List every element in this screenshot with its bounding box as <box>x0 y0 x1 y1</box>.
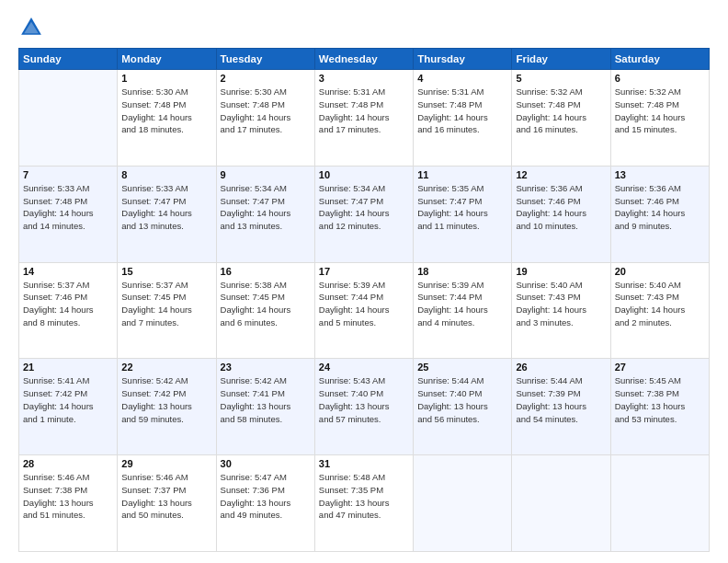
day-info: Sunrise: 5:46 AMSunset: 7:37 PMDaylight:… <box>121 471 211 522</box>
calendar-cell: 9Sunrise: 5:34 AMSunset: 7:47 PMDaylight… <box>216 166 314 262</box>
day-number: 27 <box>615 362 705 373</box>
weekday-header-friday: Friday <box>512 49 610 70</box>
day-number: 1 <box>121 73 211 84</box>
calendar-cell: 22Sunrise: 5:42 AMSunset: 7:42 PMDayligh… <box>118 359 216 455</box>
day-number: 14 <box>23 266 113 277</box>
day-number: 12 <box>516 169 606 180</box>
day-number: 30 <box>221 458 311 469</box>
calendar-cell: 11Sunrise: 5:35 AMSunset: 7:47 PMDayligh… <box>414 166 512 262</box>
calendar-cell: 3Sunrise: 5:31 AMSunset: 7:48 PMDaylight… <box>314 70 413 167</box>
week-row-1: 1Sunrise: 5:30 AMSunset: 7:48 PMDaylight… <box>19 70 710 167</box>
day-info: Sunrise: 5:36 AMSunset: 7:46 PMDaylight:… <box>516 182 606 233</box>
day-number: 2 <box>221 73 311 84</box>
calendar-cell: 5Sunrise: 5:32 AMSunset: 7:48 PMDaylight… <box>512 70 610 167</box>
day-number: 5 <box>516 73 606 84</box>
day-info: Sunrise: 5:44 AMSunset: 7:40 PMDaylight:… <box>417 374 507 425</box>
day-number: 31 <box>319 458 409 469</box>
day-info: Sunrise: 5:32 AMSunset: 7:48 PMDaylight:… <box>516 86 606 136</box>
logo <box>18 15 48 40</box>
page: SundayMondayTuesdayWednesdayThursdayFrid… <box>0 0 728 563</box>
day-number: 28 <box>23 458 113 469</box>
day-info: Sunrise: 5:33 AMSunset: 7:48 PMDaylight:… <box>23 182 113 233</box>
week-row-3: 14Sunrise: 5:37 AMSunset: 7:46 PMDayligh… <box>19 262 710 359</box>
week-row-4: 21Sunrise: 5:41 AMSunset: 7:42 PMDayligh… <box>19 359 710 455</box>
calendar-cell: 31Sunrise: 5:48 AMSunset: 7:35 PMDayligh… <box>314 455 413 552</box>
day-number: 13 <box>615 169 705 180</box>
calendar-cell: 7Sunrise: 5:33 AMSunset: 7:48 PMDaylight… <box>19 166 118 262</box>
calendar-cell <box>610 455 709 552</box>
calendar-cell: 26Sunrise: 5:44 AMSunset: 7:39 PMDayligh… <box>512 359 610 455</box>
day-number: 20 <box>615 266 705 277</box>
calendar-cell: 25Sunrise: 5:44 AMSunset: 7:40 PMDayligh… <box>414 359 512 455</box>
day-number: 25 <box>417 362 507 373</box>
day-number: 24 <box>319 362 409 373</box>
calendar-cell: 27Sunrise: 5:45 AMSunset: 7:38 PMDayligh… <box>610 359 709 455</box>
day-info: Sunrise: 5:39 AMSunset: 7:44 PMDaylight:… <box>319 279 409 329</box>
calendar-cell: 10Sunrise: 5:34 AMSunset: 7:47 PMDayligh… <box>314 166 413 262</box>
day-info: Sunrise: 5:47 AMSunset: 7:36 PMDaylight:… <box>221 471 311 522</box>
day-info: Sunrise: 5:46 AMSunset: 7:38 PMDaylight:… <box>23 471 113 522</box>
day-number: 9 <box>221 169 311 180</box>
day-info: Sunrise: 5:33 AMSunset: 7:47 PMDaylight:… <box>121 182 211 233</box>
day-info: Sunrise: 5:42 AMSunset: 7:42 PMDaylight:… <box>121 374 211 425</box>
week-row-2: 7Sunrise: 5:33 AMSunset: 7:48 PMDaylight… <box>19 166 710 262</box>
calendar-cell: 15Sunrise: 5:37 AMSunset: 7:45 PMDayligh… <box>118 262 216 359</box>
weekday-header-thursday: Thursday <box>414 49 512 70</box>
calendar-cell: 24Sunrise: 5:43 AMSunset: 7:40 PMDayligh… <box>314 359 413 455</box>
day-info: Sunrise: 5:40 AMSunset: 7:43 PMDaylight:… <box>615 279 705 329</box>
day-info: Sunrise: 5:37 AMSunset: 7:45 PMDaylight:… <box>121 279 211 329</box>
calendar-cell: 16Sunrise: 5:38 AMSunset: 7:45 PMDayligh… <box>216 262 314 359</box>
day-number: 11 <box>417 169 507 180</box>
weekday-header-wednesday: Wednesday <box>314 49 413 70</box>
day-number: 18 <box>417 266 507 277</box>
calendar-cell: 1Sunrise: 5:30 AMSunset: 7:48 PMDaylight… <box>118 70 216 167</box>
week-row-5: 28Sunrise: 5:46 AMSunset: 7:38 PMDayligh… <box>19 455 710 552</box>
calendar-cell: 13Sunrise: 5:36 AMSunset: 7:46 PMDayligh… <box>610 166 709 262</box>
day-info: Sunrise: 5:36 AMSunset: 7:46 PMDaylight:… <box>615 182 705 233</box>
header <box>18 15 710 40</box>
logo-icon <box>18 15 44 40</box>
calendar-cell: 19Sunrise: 5:40 AMSunset: 7:43 PMDayligh… <box>512 262 610 359</box>
calendar-cell: 30Sunrise: 5:47 AMSunset: 7:36 PMDayligh… <box>216 455 314 552</box>
day-info: Sunrise: 5:34 AMSunset: 7:47 PMDaylight:… <box>221 182 311 233</box>
day-info: Sunrise: 5:35 AMSunset: 7:47 PMDaylight:… <box>417 182 507 233</box>
weekday-header-monday: Monday <box>118 49 216 70</box>
day-number: 17 <box>319 266 409 277</box>
header-row: SundayMondayTuesdayWednesdayThursdayFrid… <box>19 49 710 70</box>
day-number: 22 <box>121 362 211 373</box>
day-info: Sunrise: 5:30 AMSunset: 7:48 PMDaylight:… <box>121 86 211 136</box>
calendar-cell: 6Sunrise: 5:32 AMSunset: 7:48 PMDaylight… <box>610 70 709 167</box>
day-info: Sunrise: 5:30 AMSunset: 7:48 PMDaylight:… <box>221 86 311 136</box>
day-info: Sunrise: 5:44 AMSunset: 7:39 PMDaylight:… <box>516 374 606 425</box>
day-info: Sunrise: 5:37 AMSunset: 7:46 PMDaylight:… <box>23 279 113 329</box>
day-number: 16 <box>221 266 311 277</box>
calendar-cell: 8Sunrise: 5:33 AMSunset: 7:47 PMDaylight… <box>118 166 216 262</box>
day-number: 8 <box>121 169 211 180</box>
day-info: Sunrise: 5:38 AMSunset: 7:45 PMDaylight:… <box>221 279 311 329</box>
calendar-cell: 23Sunrise: 5:42 AMSunset: 7:41 PMDayligh… <box>216 359 314 455</box>
calendar-cell <box>512 455 610 552</box>
calendar-cell: 17Sunrise: 5:39 AMSunset: 7:44 PMDayligh… <box>314 262 413 359</box>
day-info: Sunrise: 5:40 AMSunset: 7:43 PMDaylight:… <box>516 279 606 329</box>
day-number: 29 <box>121 458 211 469</box>
day-number: 3 <box>319 73 409 84</box>
calendar-cell: 28Sunrise: 5:46 AMSunset: 7:38 PMDayligh… <box>19 455 118 552</box>
day-number: 21 <box>23 362 113 373</box>
weekday-header-saturday: Saturday <box>610 49 709 70</box>
calendar-cell <box>19 70 118 167</box>
day-number: 15 <box>121 266 211 277</box>
day-info: Sunrise: 5:42 AMSunset: 7:41 PMDaylight:… <box>221 374 311 425</box>
calendar-cell: 29Sunrise: 5:46 AMSunset: 7:37 PMDayligh… <box>118 455 216 552</box>
day-number: 4 <box>417 73 507 84</box>
calendar-cell: 18Sunrise: 5:39 AMSunset: 7:44 PMDayligh… <box>414 262 512 359</box>
day-info: Sunrise: 5:41 AMSunset: 7:42 PMDaylight:… <box>23 374 113 425</box>
day-info: Sunrise: 5:39 AMSunset: 7:44 PMDaylight:… <box>417 279 507 329</box>
calendar-cell <box>414 455 512 552</box>
weekday-header-sunday: Sunday <box>19 49 118 70</box>
day-info: Sunrise: 5:45 AMSunset: 7:38 PMDaylight:… <box>615 374 705 425</box>
calendar-cell: 2Sunrise: 5:30 AMSunset: 7:48 PMDaylight… <box>216 70 314 167</box>
day-info: Sunrise: 5:43 AMSunset: 7:40 PMDaylight:… <box>319 374 409 425</box>
calendar-cell: 4Sunrise: 5:31 AMSunset: 7:48 PMDaylight… <box>414 70 512 167</box>
day-info: Sunrise: 5:32 AMSunset: 7:48 PMDaylight:… <box>615 86 705 136</box>
day-number: 10 <box>319 169 409 180</box>
